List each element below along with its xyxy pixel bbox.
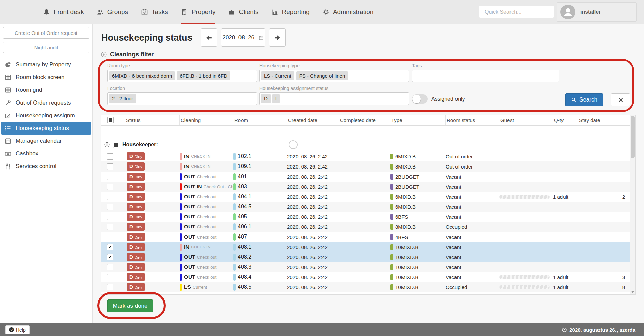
housekeeping-type-input[interactable]: LS - CurrentFS - Change of linen — [259, 70, 409, 82]
nav-item-clients[interactable]: Clients — [228, 0, 258, 24]
sidebar-item-room-block-screen[interactable]: Room block screen — [0, 71, 92, 84]
sidebar-item-room-grid[interactable]: Room grid — [0, 84, 92, 96]
next-day-button[interactable] — [269, 28, 286, 47]
badge-code: D — [129, 184, 133, 189]
nav-item-label: Tasks — [152, 8, 168, 16]
quick-search-input[interactable] — [485, 9, 554, 15]
help-button[interactable]: ? Help — [5, 325, 30, 334]
group-checkbox[interactable] — [113, 142, 119, 148]
table-row[interactable]: DDirty — [101, 292, 635, 294]
column-header-room[interactable]: Room — [233, 115, 287, 125]
row-checkbox[interactable] — [107, 194, 113, 200]
date-picker[interactable]: 2020. 08. 26. — [221, 28, 265, 47]
column-header-completed-date[interactable]: Completed date — [339, 115, 390, 125]
nav-item-tasks[interactable]: Tasks — [141, 0, 168, 24]
column-header-room-status[interactable]: Room status — [446, 115, 499, 125]
row-checkbox[interactable] — [107, 234, 113, 240]
housekeeper-group-row[interactable]: Housekeeper: — [101, 138, 635, 151]
vertical-scrollbar[interactable] — [630, 115, 635, 294]
row-checkbox[interactable] — [107, 274, 113, 280]
filter-chip[interactable]: 6FD.B - 1 bed in 6FD — [177, 71, 230, 80]
sidebar-item-housekeeping-status[interactable]: Housekeeping status — [1, 122, 91, 135]
search-button[interactable]: Search — [565, 93, 603, 106]
row-checkbox[interactable]: ✓ — [107, 244, 113, 250]
filter-chip[interactable]: 6MIXD - 6 bed mixed dorm — [109, 71, 175, 80]
night-audit-button[interactable]: Night audit — [3, 42, 89, 53]
assigned-only-toggle[interactable] — [412, 94, 428, 104]
row-checkbox[interactable] — [107, 214, 113, 220]
row-checkbox[interactable] — [107, 153, 113, 160]
room-color-bar — [233, 163, 236, 170]
sidebar-item-services-control[interactable]: Services control — [0, 160, 92, 173]
nav-item-administration[interactable]: Administration — [322, 0, 373, 24]
row-select-cell — [101, 153, 119, 160]
column-header-created-date[interactable]: Created date — [287, 115, 339, 125]
table-row[interactable]: DDirtyOUTCheck out4072020. 08. 26. 2:424… — [101, 232, 635, 242]
scrollbar-thumb[interactable] — [631, 116, 635, 158]
table-row[interactable]: ✓DDirtyINCHECK IN408.12020. 08. 26. 2:42… — [101, 242, 635, 252]
type-cell: 4BFS — [390, 234, 446, 240]
row-checkbox[interactable] — [107, 204, 113, 210]
gears-icon — [322, 9, 329, 16]
row-checkbox[interactable]: ✓ — [107, 254, 113, 260]
table-row[interactable]: DDirtyOUTCheck out406.12020. 08. 26. 2:4… — [101, 222, 635, 232]
filter-chip[interactable]: I — [272, 94, 280, 103]
column-header-status[interactable]: Status — [119, 115, 180, 125]
filter-chip[interactable]: 2 - 2 floor — [109, 94, 136, 103]
clear-filter-button[interactable] — [611, 93, 630, 106]
row-checkbox[interactable] — [107, 174, 113, 180]
room-color-bar — [233, 213, 236, 220]
nav-item-reporting[interactable]: Reporting — [271, 0, 310, 24]
sidebar-item-manager-calendar[interactable]: Manager calendar — [0, 135, 92, 147]
sidebar-item-cashbox[interactable]: Cashbox — [0, 147, 92, 160]
room-type-input[interactable]: 6MIXD - 6 bed mixed dorm6FD.B - 1 bed in… — [107, 70, 257, 82]
filter-chip[interactable]: FS - Change of linen — [296, 71, 348, 80]
sidebar-item-summary-by-property[interactable]: Summary by Property — [0, 58, 92, 71]
sidebar-item-out-of-order-requests[interactable]: Out of Order requests — [0, 96, 92, 109]
select-all-checkbox[interactable] — [107, 117, 114, 123]
row-checkbox[interactable] — [107, 294, 113, 295]
mark-as-done-button[interactable]: Mark as done — [107, 299, 153, 312]
room-number: 404.5 — [238, 204, 251, 210]
cleaning-subtype: Check out — [197, 234, 217, 240]
create-out-of-order-button[interactable]: Create Out of Order request — [3, 27, 89, 39]
cleanings-filter-toggle[interactable]: Cleanings filter — [101, 51, 154, 58]
column-header-guest[interactable]: Guest — [499, 115, 553, 125]
cleaning-subtype: Check out — [197, 204, 217, 209]
bell-icon — [43, 9, 50, 16]
table-row[interactable]: DDirtyOUTCheck out408.32020. 08. 26. 2:4… — [101, 262, 635, 272]
table-row[interactable]: DDirtyOUTCheck out4052020. 08. 26. 2:426… — [101, 212, 635, 222]
nav-item-property[interactable]: Property — [181, 0, 216, 24]
column-header-stay-date[interactable]: Stay date — [578, 115, 627, 125]
nav-item-front-desk[interactable]: Front desk — [43, 0, 84, 24]
sidebar-item-housekeeping-assignm[interactable]: Housekeeping assignm... — [0, 109, 92, 122]
scrollbar-down-arrow[interactable] — [631, 291, 634, 293]
location-input[interactable]: 2 - 2 floor — [107, 92, 257, 105]
row-checkbox[interactable] — [107, 284, 113, 290]
table-row[interactable]: DDirtyLSCurrent408.52020. 08. 26. 2:4210… — [101, 282, 635, 292]
table-row[interactable]: DDirtyOUTCheck out404.52020. 08. 26. 2:4… — [101, 202, 635, 212]
filter-chip[interactable]: LS - Current — [261, 71, 294, 80]
table-row[interactable]: ✓DDirtyOUTCheck out408.22020. 08. 26. 2:… — [101, 252, 635, 262]
previous-day-button[interactable] — [201, 28, 217, 47]
column-header-cleaning[interactable]: Cleaning — [180, 115, 233, 125]
row-checkbox[interactable] — [107, 163, 113, 170]
filter-chip[interactable]: D — [261, 94, 271, 103]
type-cell: 8MIXD.B — [390, 164, 446, 170]
row-checkbox[interactable] — [107, 224, 113, 230]
table-row[interactable]: DDirtyINCHECK IN109.12020. 08. 26. 2:428… — [101, 161, 635, 172]
table-row[interactable]: DDirtyOUTCheck out4012020. 08. 26. 2:422… — [101, 172, 635, 182]
table-row[interactable]: DDirtyINCHECK IN102.12020. 08. 26. 2:426… — [101, 151, 635, 161]
table-row[interactable]: DDirtyOUT-INCheck Out - Che4032020. 08. … — [101, 182, 635, 192]
column-header-type[interactable]: Type — [390, 115, 446, 125]
tags-input[interactable] — [412, 70, 559, 82]
loading-spinner — [289, 140, 298, 149]
table-row[interactable]: DDirtyOUTCheck out408.42020. 08. 26. 2:4… — [101, 272, 635, 282]
table-row[interactable]: DDirtyOUTCheck out404.12020. 08. 26. 2:4… — [101, 192, 635, 202]
nav-item-groups[interactable]: Groups — [97, 0, 128, 24]
user-menu[interactable]: installer — [557, 2, 637, 22]
row-checkbox[interactable] — [107, 184, 113, 190]
assignment-status-input[interactable]: DI — [259, 92, 409, 105]
row-checkbox[interactable] — [107, 264, 113, 270]
column-header-q-ty[interactable]: Q-ty — [553, 115, 578, 125]
